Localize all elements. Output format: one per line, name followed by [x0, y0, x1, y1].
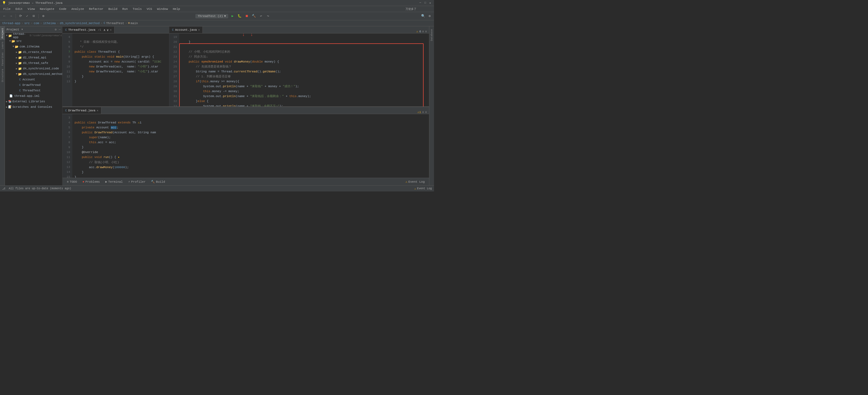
- debug-button[interactable]: 🐛: [237, 13, 243, 19]
- build-tab[interactable]: 🔨 Build: [149, 179, 167, 184]
- build-project-button[interactable]: 🔨: [251, 13, 257, 19]
- vcs-status[interactable]: ⎇: [2, 187, 5, 190]
- title-bar: 💡 javasepromax – ThreadTest.java ─ □ ✕: [0, 0, 434, 6]
- tree-item-drawthread[interactable]: C DrawThread: [5, 82, 62, 88]
- menu-refactor[interactable]: Refactor: [87, 7, 106, 11]
- menu-file[interactable]: File: [1, 7, 12, 11]
- todo-tab[interactable]: ≡ TODO: [65, 179, 79, 184]
- breadcrumb-thread-app[interactable]: thread-app: [2, 22, 20, 25]
- tree-item-external-libs[interactable]: ▶ 📚 External Libraries: [5, 99, 62, 104]
- expand-arrow-extlibs-icon: ▶: [6, 100, 7, 103]
- tab-close-drawthread[interactable]: ✕: [97, 109, 98, 112]
- right-code-editor[interactable]: 19 20 21 22 23 24 25 26 27 28 29 30 31 3…: [169, 33, 429, 107]
- tree-item-com-itheima[interactable]: ▼ 📂 com.itheima: [5, 44, 62, 49]
- undo-button[interactable]: ↩: [258, 13, 264, 19]
- stop-button[interactable]: ⏹: [244, 13, 250, 19]
- warning-count: 6: [419, 30, 421, 33]
- method-icon: m: [128, 22, 130, 25]
- file-status[interactable]: All files are up-to-date (moments ago): [9, 187, 71, 190]
- breadcrumb-com[interactable]: com: [34, 22, 39, 25]
- menu-window[interactable]: Window: [155, 7, 170, 11]
- bottom-editor-pane: C DrawThread.java ✕ ⚠1 ∧ ∨ 3 4 5 6 7: [62, 107, 429, 178]
- event-log-tab[interactable]: ⚠ Event Log: [403, 179, 427, 184]
- favorites-panel-tab[interactable]: Favorites: [0, 51, 5, 67]
- menu-analyze[interactable]: Analyze: [69, 7, 86, 11]
- left-code-content: * 目标：模拟线程安全问题。 */ public class ThreadTes…: [72, 33, 169, 107]
- event-log-status[interactable]: ⚠ Event Log: [414, 187, 432, 190]
- menu-code[interactable]: Code: [57, 7, 68, 11]
- tree-item-iml[interactable]: 📄 thread-app.iml: [5, 93, 62, 99]
- right-editor-tabs: C Account.java ✕ ⚠ 6 ∧ ∨: [169, 26, 429, 33]
- tree-item-src[interactable]: ▼ 📂 src: [5, 38, 62, 44]
- todo-icon: ≡: [67, 180, 69, 184]
- menu-tools[interactable]: Tools: [130, 7, 144, 11]
- profiler-tab[interactable]: ⚡ Profiler: [126, 179, 148, 184]
- project-collapse-button[interactable]: ─: [59, 28, 61, 31]
- tree-label-account: Account: [23, 78, 35, 81]
- warning-up-icon[interactable]: ∧: [422, 30, 424, 33]
- drawthread-warn-down[interactable]: ∨: [425, 110, 427, 114]
- back-button[interactable]: ←: [2, 13, 7, 19]
- breadcrumb-src[interactable]: src: [24, 22, 30, 25]
- tree-item-d3[interactable]: ▶ 📁 d3_thread_safe: [5, 60, 62, 66]
- left-editor-pane: C ThreadTest.java ✓1 ∧ ∨ ✕ 4 5 6 7 8: [62, 26, 169, 107]
- tree-label-d2: d2_thread_api: [23, 56, 46, 59]
- tree-item-d5[interactable]: ▼ 📂 d5_synchronized_method: [5, 71, 62, 77]
- project-panel-tab[interactable]: Project: [0, 26, 5, 40]
- tree-item-thread-app[interactable]: ▼ 📁 thread-app D:\code\javasepromax\t: [5, 33, 62, 38]
- sync-button[interactable]: ⟳: [18, 13, 23, 19]
- forward-button[interactable]: →: [8, 13, 14, 19]
- breadcrumb-main[interactable]: m main: [128, 22, 138, 25]
- bottom-code-editor[interactable]: 3 4 5 6 7 8 9 10 11 12 13 14 15 public c…: [62, 114, 429, 178]
- run-button[interactable]: ▶: [230, 13, 235, 19]
- tab-drawthread[interactable]: C DrawThread.java ✕: [62, 107, 101, 114]
- drawthread-java-icon: C: [19, 84, 21, 87]
- database-panel-tab[interactable]: Database: [430, 27, 434, 43]
- breadcrumb-threadtest[interactable]: C ThreadTest: [103, 22, 124, 25]
- menu-view[interactable]: View: [26, 7, 37, 11]
- menu-edit[interactable]: Edit: [13, 7, 25, 11]
- warning-down-icon[interactable]: ∨: [425, 30, 427, 33]
- drawthread-warn-up[interactable]: ∧: [422, 110, 424, 114]
- minimize-button[interactable]: ─: [418, 1, 422, 5]
- tab-account[interactable]: C Account.java ✕: [169, 27, 203, 33]
- menu-build[interactable]: Build: [106, 7, 120, 11]
- d1-folder-icon: 📁: [18, 51, 22, 54]
- search-everywhere-button[interactable]: 🔍: [420, 13, 426, 19]
- tree-item-account[interactable]: C Account: [5, 77, 62, 82]
- problems-tab[interactable]: ● Problems: [80, 179, 102, 184]
- tree-item-d2[interactable]: ▶ 📁 d2_thread_api: [5, 55, 62, 60]
- commit-button[interactable]: ✓: [24, 13, 30, 19]
- maximize-button[interactable]: □: [424, 1, 427, 5]
- left-code-editor[interactable]: 4 5 6 7 8 9 10 11 12 13 * 目标：模拟线程安全问题。 *…: [62, 33, 169, 107]
- title-bar-controls[interactable]: ─ □ ✕: [418, 1, 432, 5]
- structure-panel-tab[interactable]: Structure: [0, 67, 5, 84]
- tree-item-d4[interactable]: ▶ 📁 d4_synchronized_code: [5, 66, 62, 71]
- scratches-icon: 📝: [8, 105, 11, 109]
- tree-item-scratches[interactable]: ▶ 📝 Scratches and Consoles: [5, 104, 62, 110]
- build-icon: 🔨: [151, 180, 155, 184]
- tab-threadtest[interactable]: C ThreadTest.java ✓1 ∧ ∨ ✕: [62, 27, 115, 33]
- tree-item-d1[interactable]: ▶ 📁 d1_create_thread: [5, 49, 62, 55]
- collapse-all-button[interactable]: ⊟: [31, 13, 36, 19]
- redo-button[interactable]: ↪: [266, 13, 271, 19]
- tab-close-threadtest[interactable]: ✕: [110, 28, 112, 32]
- menu-run[interactable]: Run: [120, 7, 130, 11]
- breadcrumb-itheima[interactable]: itheima: [43, 22, 56, 25]
- close-button[interactable]: ✕: [429, 1, 432, 5]
- threadtest-tab-icon: C: [65, 29, 67, 32]
- tree-item-threadtest[interactable]: C ThreadTest: [5, 88, 62, 93]
- learn-panel-tab[interactable]: Learn: [0, 40, 5, 51]
- menu-help[interactable]: Help: [171, 7, 182, 11]
- menu-navigate[interactable]: Navigate: [37, 7, 57, 11]
- menu-vcs[interactable]: VCS: [145, 7, 154, 11]
- project-tree: ▼ 📁 thread-app D:\code\javasepromax\t ▼ …: [5, 33, 62, 186]
- run-config-dropdown[interactable]: ThreadTest (2) ▼: [195, 14, 228, 18]
- terminal-tab[interactable]: ▶ Terminal: [103, 179, 125, 184]
- project-options-button[interactable]: ⚙: [55, 28, 57, 31]
- settings-button[interactable]: ⚙: [40, 13, 46, 19]
- project-dropdown-icon[interactable]: ▼: [21, 28, 23, 31]
- settings-gear-button[interactable]: ⚙: [427, 13, 432, 19]
- breadcrumb-d5[interactable]: d5_synchronized_method: [60, 22, 99, 25]
- tab-close-account[interactable]: ✕: [198, 28, 200, 32]
